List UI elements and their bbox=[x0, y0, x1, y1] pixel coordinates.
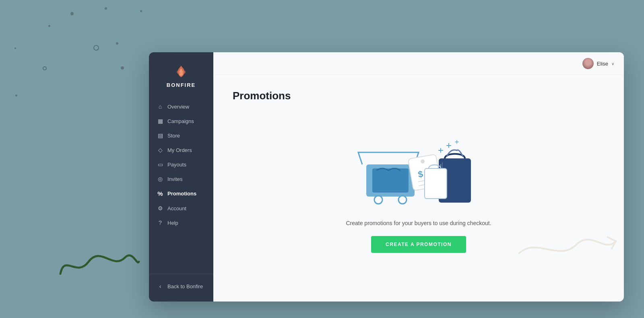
help-icon: ? bbox=[157, 220, 163, 226]
home-icon: ⌂ bbox=[157, 103, 163, 110]
sidebar-item-payouts[interactable]: ▭ Payouts bbox=[149, 157, 213, 172]
user-name: Elise bbox=[597, 61, 608, 67]
main-window: BONFIRE ⌂ Overview ▦ Campaigns ▤ Store ◇… bbox=[149, 52, 624, 302]
sidebar-item-my-orders[interactable]: ◇ My Orders bbox=[149, 143, 213, 157]
percent-icon: % bbox=[157, 190, 163, 197]
svg-point-3 bbox=[398, 196, 407, 204]
dot-9 bbox=[121, 66, 124, 70]
page-body: Promotions bbox=[213, 75, 624, 302]
promo-description: Create promotions for your buyers to use… bbox=[346, 220, 491, 226]
logo-area: BONFIRE bbox=[149, 52, 213, 96]
promo-illustration: $ bbox=[354, 136, 483, 209]
svg-rect-1 bbox=[372, 168, 409, 193]
sidebar-item-back-to-bonfire[interactable]: ‹ Back to Bonfire bbox=[149, 279, 213, 293]
logo-text: BONFIRE bbox=[167, 82, 196, 88]
dot-6 bbox=[93, 45, 99, 51]
arrow-decoration bbox=[511, 221, 624, 277]
svg-rect-10 bbox=[425, 168, 447, 199]
sidebar: BONFIRE ⌂ Overview ▦ Campaigns ▤ Store ◇… bbox=[149, 52, 213, 302]
tag-icon: ◇ bbox=[157, 147, 163, 153]
main-content: Elise ∨ Promotions bbox=[213, 52, 624, 302]
dot-2 bbox=[105, 7, 107, 10]
sidebar-footer: ‹ Back to Bonfire bbox=[149, 274, 213, 302]
dot-4 bbox=[14, 47, 16, 49]
topbar: Elise ∨ bbox=[213, 52, 624, 75]
dot-8 bbox=[15, 94, 17, 96]
sidebar-item-campaigns[interactable]: ▦ Campaigns bbox=[149, 114, 213, 128]
create-promotion-button[interactable]: CREATE A PROMOTION bbox=[371, 236, 466, 253]
sidebar-item-account[interactable]: ⚙ Account bbox=[149, 201, 213, 215]
invites-icon: ◎ bbox=[157, 176, 163, 182]
store-icon: ▤ bbox=[157, 132, 163, 139]
chart-icon: ▦ bbox=[157, 118, 163, 124]
dot-3 bbox=[140, 10, 142, 12]
payout-icon: ▭ bbox=[157, 161, 163, 168]
svg-point-2 bbox=[374, 196, 382, 204]
sidebar-item-overview[interactable]: ⌂ Overview bbox=[149, 99, 213, 114]
dot-10 bbox=[48, 25, 50, 27]
dot-7 bbox=[116, 42, 118, 45]
back-icon: ‹ bbox=[157, 283, 163, 289]
chevron-down-icon: ∨ bbox=[611, 62, 614, 66]
logo-icon bbox=[173, 64, 189, 80]
sidebar-item-promotions[interactable]: % Promotions bbox=[149, 186, 213, 201]
user-menu[interactable]: Elise ∨ bbox=[582, 58, 614, 69]
gear-icon: ⚙ bbox=[157, 205, 163, 211]
scribble-decoration bbox=[52, 238, 141, 286]
avatar bbox=[582, 58, 594, 69]
sidebar-nav: ⌂ Overview ▦ Campaigns ▤ Store ◇ My Orde… bbox=[149, 96, 213, 274]
dot-1 bbox=[70, 12, 74, 15]
sidebar-item-invites[interactable]: ◎ Invites bbox=[149, 172, 213, 186]
sidebar-item-store[interactable]: ▤ Store bbox=[149, 128, 213, 143]
dot-5 bbox=[43, 66, 47, 70]
page-title: Promotions bbox=[233, 90, 291, 102]
sidebar-item-help[interactable]: ? Help bbox=[149, 215, 213, 230]
